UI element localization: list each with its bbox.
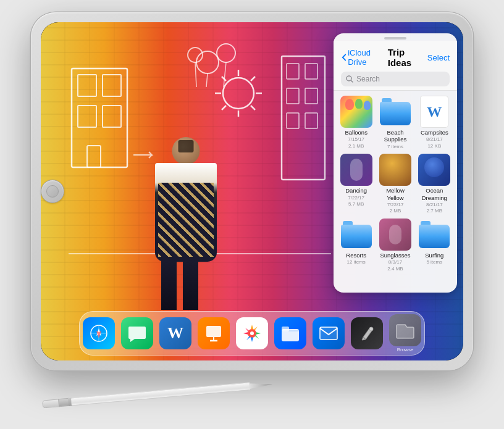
keynote-app-icon[interactable] xyxy=(198,317,230,349)
chevron-left-icon xyxy=(341,53,346,62)
file-meta-balloons: 7/15/17 xyxy=(348,136,364,143)
svg-rect-36 xyxy=(206,326,221,337)
select-button[interactable]: Select xyxy=(427,53,450,62)
dock-icon-safari[interactable] xyxy=(83,317,115,349)
file-item-sunglasses[interactable]: Sunglasses 8/3/172.4 MB xyxy=(377,219,413,272)
drag-handle xyxy=(384,37,406,40)
mail-app-icon[interactable] xyxy=(313,317,345,349)
file-thumb-balloons xyxy=(340,96,372,128)
file-thumb-beach-supplies xyxy=(379,96,411,128)
file-name-surfing: Surfing xyxy=(425,252,443,259)
file-name-balloons: Balloons xyxy=(345,129,367,136)
file-item-surfing[interactable]: Surfing 5 items xyxy=(417,219,452,272)
browse-icon-graphic xyxy=(396,322,414,339)
back-label: iCloud Drive xyxy=(348,48,388,67)
file-meta-surfing: 5 items xyxy=(426,259,442,265)
messages-icon-graphic xyxy=(128,325,146,342)
dock-icon-messages[interactable] xyxy=(121,317,153,349)
file-thumb-campsites: W xyxy=(418,96,450,128)
file-item-campsites[interactable]: W Campsites 8/21/1712 KB xyxy=(417,96,452,150)
safari-app-icon[interactable] xyxy=(83,317,115,349)
file-name-ocean-dreaming: Ocean Dreaming xyxy=(417,187,452,201)
file-meta-balloons: 2.1 MB xyxy=(348,143,364,149)
ipad-screen: iCloud Drive Trip Ideas Select Search xyxy=(41,22,463,360)
search-icon xyxy=(346,75,353,83)
word-app-icon[interactable]: W xyxy=(159,317,191,349)
file-meta-dancing: 5.7 MB xyxy=(348,201,364,207)
dock-icon-word[interactable]: W xyxy=(159,317,191,349)
file-thumb-sunglasses xyxy=(379,219,411,251)
svg-point-40 xyxy=(250,331,254,335)
file-item-mellow-yellow[interactable]: Mellow Yellow 7/22/172 MB xyxy=(377,154,413,215)
panel-title: Trip Ideas xyxy=(388,47,427,68)
dock-icon-files[interactable] xyxy=(274,317,306,349)
file-meta-ocean-dreaming: 8/21/17 xyxy=(426,202,443,208)
svg-rect-42 xyxy=(282,327,289,331)
svg-line-30 xyxy=(351,81,353,83)
file-meta-resorts: 12 items xyxy=(347,259,366,265)
pencil-eraser xyxy=(42,399,60,408)
panel-header: iCloud Drive Trip Ideas Select Search xyxy=(334,41,457,91)
file-item-resorts[interactable]: Resorts 12 items xyxy=(338,219,374,272)
svg-point-29 xyxy=(346,76,351,81)
file-item-balloons[interactable]: Balloons 7/15/172.1 MB xyxy=(338,96,374,150)
file-thumb-surfing xyxy=(418,219,450,251)
pencil-tip xyxy=(249,381,273,389)
safari-icon-graphic xyxy=(89,323,109,343)
file-name-mellow-yellow: Mellow Yellow xyxy=(377,187,413,201)
file-meta-mellow-yellow: 7/22/17 xyxy=(387,202,404,208)
file-thumb-dancing xyxy=(340,154,372,186)
files-icon-graphic xyxy=(280,324,300,343)
pencil-app-icon-graphic xyxy=(358,325,376,342)
files-app-icon[interactable] xyxy=(274,317,306,349)
file-grid: Balloons 7/15/172.1 MB Beach Supplies 7 … xyxy=(334,91,457,277)
search-bar[interactable]: Search xyxy=(341,72,450,86)
file-meta-campsites: 12 KB xyxy=(427,143,441,149)
keynote-icon-graphic xyxy=(204,323,224,343)
panel-handle xyxy=(334,33,457,41)
dock-icon-photos[interactable] xyxy=(236,317,268,349)
svg-point-44 xyxy=(369,327,373,331)
file-meta-sunglasses: 8/3/17 xyxy=(388,259,402,265)
messages-app-icon[interactable] xyxy=(121,317,153,349)
file-name-resorts: Resorts xyxy=(346,252,366,259)
pencil-app-icon[interactable] xyxy=(351,317,383,349)
file-name-campsites: Campsites xyxy=(421,129,448,136)
dock-icon-browse[interactable]: Browse xyxy=(389,314,421,352)
file-item-dancing[interactable]: Dancing 7/22/175.7 MB xyxy=(338,154,374,215)
back-button[interactable]: iCloud Drive xyxy=(341,48,388,67)
file-name-sunglasses: Sunglasses xyxy=(380,252,410,259)
file-name-beach-supplies: Beach Supplies xyxy=(377,129,413,143)
screen-content: iCloud Drive Trip Ideas Select Search xyxy=(41,22,463,360)
home-button-inner xyxy=(46,185,59,198)
dock-icon-pencil[interactable] xyxy=(351,317,383,349)
file-name-dancing: Dancing xyxy=(345,187,367,194)
dock: W Browse xyxy=(79,311,425,356)
file-meta-sunglasses: 2.4 MB xyxy=(387,266,403,272)
file-meta-ocean-dreaming: 2.7 MB xyxy=(427,208,442,214)
file-thumb-ocean-dreaming xyxy=(418,154,450,186)
home-button[interactable] xyxy=(41,180,64,203)
photos-app-icon[interactable] xyxy=(236,317,268,349)
file-item-ocean-dreaming[interactable]: Ocean Dreaming 8/21/172.7 MB xyxy=(417,154,452,215)
scene: iCloud Drive Trip Ideas Select Search xyxy=(0,0,504,429)
file-meta-mellow-yellow: 2 MB xyxy=(390,208,401,214)
file-thumb-resorts xyxy=(340,219,372,251)
file-item-beach-supplies[interactable]: Beach Supplies 7 items xyxy=(377,96,413,150)
panel-nav: iCloud Drive Trip Ideas Select xyxy=(341,47,450,68)
file-thumb-mellow-yellow xyxy=(379,154,411,186)
apple-pencil xyxy=(41,373,277,416)
file-meta-campsites: 8/21/17 xyxy=(426,136,443,143)
ipad-frame: iCloud Drive Trip Ideas Select Search xyxy=(31,12,473,370)
dock-icon-mail[interactable] xyxy=(313,317,345,349)
svg-rect-43 xyxy=(320,327,337,339)
pencil-body xyxy=(71,382,250,406)
mail-icon-graphic xyxy=(319,326,338,341)
search-placeholder: Search xyxy=(356,75,380,83)
icloud-panel: iCloud Drive Trip Ideas Select Search xyxy=(334,33,457,293)
file-meta-beach-supplies: 7 items xyxy=(387,144,403,150)
photos-icon-graphic xyxy=(241,322,263,344)
dock-icon-keynote[interactable] xyxy=(198,317,230,349)
browse-app-icon[interactable] xyxy=(389,314,421,346)
dock-icon-label-browse: Browse xyxy=(397,347,414,352)
